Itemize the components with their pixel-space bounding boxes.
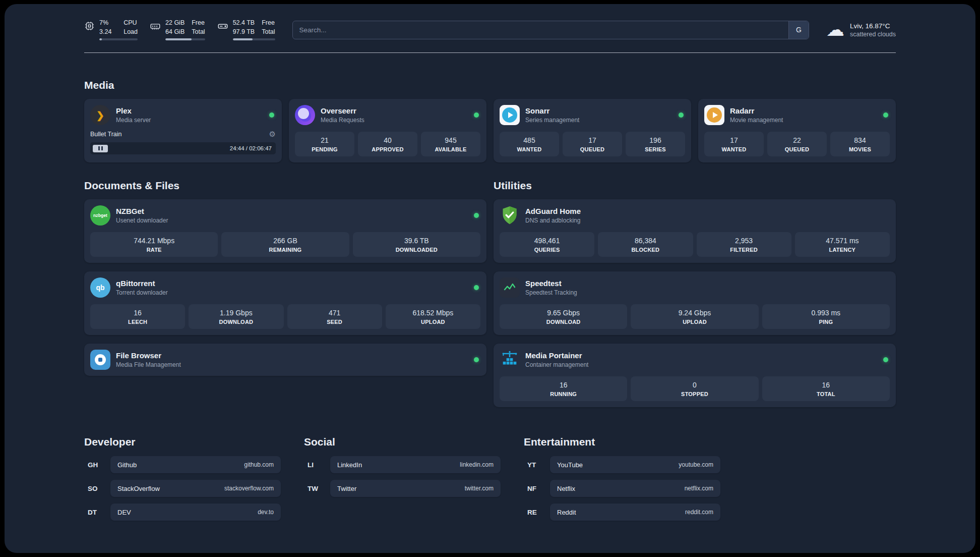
bookmark-link-reddit[interactable]: Reddit reddit.com	[550, 504, 720, 521]
app-subtitle: Series management	[525, 117, 673, 124]
bookmark-link-dev[interactable]: DEV dev.to	[110, 504, 281, 521]
bookmark-abbr: RE	[524, 509, 550, 516]
app-subtitle: Movie management	[730, 117, 878, 124]
media-card-row: ❯ Plex Media server Bullet Train ⚙	[84, 99, 896, 162]
bookmark-name: YouTube	[557, 461, 583, 469]
service-card-nzbget[interactable]: nzbget NZBGet Usenet downloader 744.21 M…	[84, 199, 486, 263]
disk-free-label: Free	[262, 19, 275, 27]
pause-button[interactable]	[93, 145, 108, 152]
stat-tile: 17 QUEUED	[563, 132, 622, 156]
search-input[interactable]	[293, 21, 788, 39]
bookmark-link-youtube[interactable]: YouTube youtube.com	[550, 456, 720, 473]
app-subtitle: Media Requests	[321, 117, 468, 124]
stat-tile: 17 WANTED	[704, 132, 764, 156]
plex-now-playing: Bullet Train ⚙ 24:44 / 02:06:47	[90, 130, 276, 154]
bookmark-link-github[interactable]: Github github.com	[110, 456, 281, 473]
stat-label: AVAILABLE	[423, 146, 478, 152]
bookmark-link-linkedin[interactable]: LinkedIn linkedin.com	[330, 456, 501, 473]
overseerr-icon	[295, 105, 315, 125]
section-title-utilities: Utilities	[494, 180, 896, 192]
plex-icon: ❯	[90, 105, 110, 125]
search-engine-button[interactable]: G	[788, 21, 809, 39]
app-subtitle: DNS and adblocking	[525, 217, 890, 224]
stat-value: 1.19 Gbps	[191, 309, 281, 317]
stat-value: 22	[769, 136, 825, 144]
bookmark-abbr: YT	[524, 461, 550, 469]
stat-value: 16	[502, 381, 625, 389]
bookmark-group-title: Social	[304, 436, 501, 448]
weather-condition: scattered clouds	[850, 31, 896, 38]
stat-tile: 16 RUNNING	[500, 376, 627, 401]
bookmark-row: RE Reddit reddit.com	[524, 504, 720, 521]
stat-value: 16	[92, 309, 183, 317]
bookmark-domain: twitter.com	[465, 485, 494, 492]
stat-tile: 9.65 Gbps DOWNLOAD	[500, 304, 627, 329]
status-dot	[269, 113, 274, 118]
bookmarks-area: Developer GH Github github.com SO StackO…	[84, 436, 720, 527]
bookmark-domain: github.com	[244, 461, 274, 468]
nzbget-logo-text: nzbget	[93, 213, 107, 218]
radarr-icon	[704, 105, 724, 125]
speedtest-icon	[500, 277, 520, 298]
stat-value: 40	[360, 136, 415, 144]
service-card-sonarr[interactable]: Sonarr Series management 485 WANTED 17 Q…	[494, 99, 691, 162]
app-subtitle: Speedtest Tracking	[525, 289, 890, 296]
qbittorrent-icon: qb	[90, 277, 110, 298]
service-card-speedtest[interactable]: Speedtest Speedtest Tracking 9.65 Gbps D…	[494, 271, 896, 335]
stat-label: FILTERED	[699, 247, 789, 253]
stat-label: MOVIES	[832, 146, 888, 152]
service-card-qbittorrent[interactable]: qb qBittorrent Torrent downloader 16 LEE…	[84, 271, 486, 335]
stat-label: QUEUED	[565, 146, 620, 152]
bookmark-link-netflix[interactable]: Netflix netflix.com	[550, 480, 720, 497]
stat-label: SEED	[289, 319, 380, 325]
service-card-overseerr[interactable]: Overseerr Media Requests 21 PENDING 40 A…	[289, 99, 486, 162]
bookmark-abbr: LI	[304, 461, 330, 469]
nzbget-icon: nzbget	[90, 205, 110, 226]
stat-tile: 39.6 TB DOWNLOADED	[353, 232, 480, 257]
stat-tile: 485 WANTED	[500, 132, 559, 156]
stat-value: 21	[297, 136, 352, 144]
status-dot	[474, 357, 479, 362]
service-card-plex[interactable]: ❯ Plex Media server Bullet Train ⚙	[84, 99, 282, 162]
ram-progress-bar	[165, 38, 205, 40]
bookmark-name: LinkedIn	[337, 461, 362, 469]
stat-value: 744.21 Mbps	[92, 237, 216, 245]
player-time: 24:44 / 02:06:47	[230, 145, 272, 151]
service-card-adguard[interactable]: AdGuard Home DNS and adblocking 498,461 …	[494, 199, 896, 263]
stat-tile: 16 LEECH	[90, 304, 185, 329]
bookmark-abbr: DT	[84, 509, 110, 516]
stat-tile: 1.19 Gbps DOWNLOAD	[189, 304, 283, 329]
cloud-icon: ☁	[826, 21, 844, 39]
app-subtitle: Media server	[116, 117, 264, 124]
stat-value: 618.52 Mbps	[388, 309, 478, 317]
track-title: Bullet Train	[90, 131, 122, 138]
stat-label: LATENCY	[797, 247, 888, 253]
gear-icon[interactable]: ⚙	[269, 130, 276, 139]
ram-monitor: 22 GiB 64 GiB Free Total	[150, 19, 205, 40]
section-title-media: Media	[84, 79, 896, 91]
stat-label: UPLOAD	[633, 319, 756, 325]
stat-tile: 471 SEED	[287, 304, 382, 329]
bookmark-group-developer: Developer GH Github github.com SO StackO…	[84, 436, 281, 527]
bookmark-link-stackoverflow[interactable]: StackOverflow stackoverflow.com	[110, 480, 281, 497]
bookmark-link-twitter[interactable]: Twitter twitter.com	[330, 480, 501, 497]
service-card-radarr[interactable]: Radarr Movie management 17 WANTED 22 QUE…	[698, 99, 896, 162]
stat-label: DOWNLOADED	[355, 247, 478, 253]
stat-label: REMAINING	[223, 247, 347, 253]
disk-total-label: Total	[262, 28, 275, 36]
app-name: qBittorrent	[116, 279, 468, 288]
bookmark-domain: youtube.com	[679, 461, 713, 468]
ram-free-label: Free	[192, 19, 205, 27]
stat-value: 266 GB	[223, 237, 347, 245]
service-card-portainer[interactable]: Media Portainer Container management 16 …	[494, 344, 896, 407]
bookmark-row: SO StackOverflow stackoverflow.com	[84, 480, 281, 497]
sonarr-icon	[500, 105, 520, 125]
stat-value: 945	[423, 136, 478, 144]
status-dot	[474, 213, 479, 218]
status-dot	[474, 285, 479, 290]
app-name: Sonarr	[525, 106, 673, 115]
seek-bar[interactable]: 24:44 / 02:06:47	[90, 142, 276, 154]
bookmark-domain: linkedin.com	[460, 461, 494, 468]
service-card-filebrowser[interactable]: File Browser Media File Management	[84, 344, 486, 376]
cpu-load-value: 3.24	[99, 28, 111, 36]
